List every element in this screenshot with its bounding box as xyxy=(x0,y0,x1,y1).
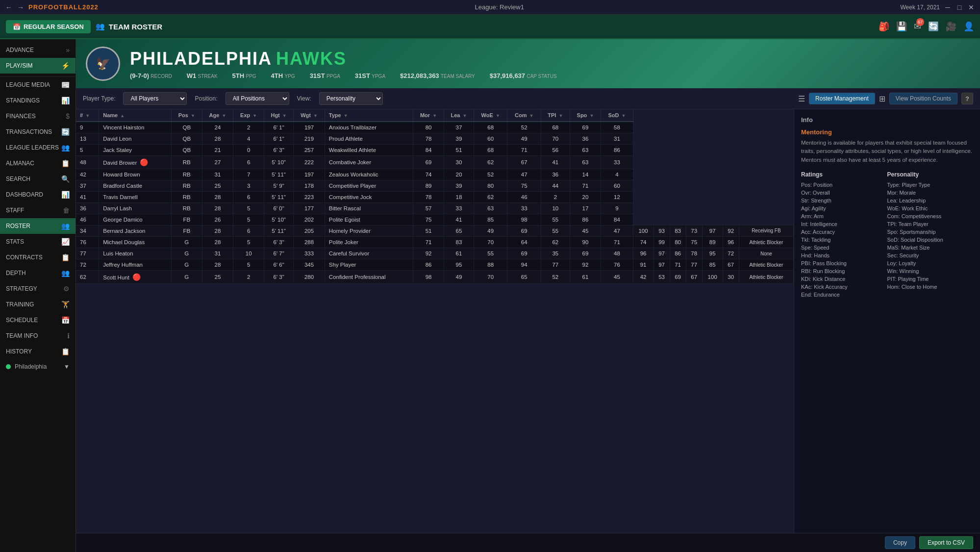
table-row[interactable]: 77 Luis Heaton G 31 10 6' 7" 333 Careful… xyxy=(76,248,794,259)
sidebar-item-contracts[interactable]: CONTRACTS📋 xyxy=(0,250,75,265)
sidebar-advance[interactable]: ADVANCE » xyxy=(0,42,75,58)
position-select[interactable]: All Positions xyxy=(226,92,289,105)
th-name[interactable]: Name ▲ xyxy=(99,109,172,122)
sidebar-item-standings[interactable]: STANDINGS📊 xyxy=(0,93,75,108)
cell-extra: 96 xyxy=(723,237,739,248)
close-button[interactable]: ✕ xyxy=(967,3,975,11)
sidebar-item-icon: 🗑 xyxy=(63,206,70,214)
sidebar-item-league-media[interactable]: LEAGUE MEDIA📰 xyxy=(0,77,75,93)
sidebar-item-stats[interactable]: STATS📈 xyxy=(0,234,75,250)
table-row[interactable]: 46 George Damico FB 26 5 5' 10" 202 Poli… xyxy=(76,214,794,226)
sidebar-item-icon: $ xyxy=(66,112,70,120)
cell-hgt: 6' 6" xyxy=(264,259,294,271)
player-type-select[interactable]: All Players xyxy=(123,92,187,105)
video-icon[interactable]: 🎥 xyxy=(946,21,956,32)
th-woe[interactable]: WoE ▼ xyxy=(474,109,507,122)
sidebar-item-finances[interactable]: FINANCES$ xyxy=(0,108,75,124)
sidebar-item-schedule[interactable]: SCHEDULE📅 xyxy=(0,312,75,328)
cell-spo: 63 xyxy=(570,145,601,156)
sidebar-item-team-info[interactable]: TEAM INFOℹ xyxy=(0,328,75,344)
table-row[interactable]: 9 Vincent Hairston QB 24 2 6' 1" 197 Anx… xyxy=(76,122,794,133)
refresh-icon[interactable]: 🔄 xyxy=(928,21,939,32)
personality-col: Personality Type: Player TypeMor: Morale… xyxy=(887,171,974,299)
sidebar-playsim[interactable]: PLAY/SIM ⚡ xyxy=(0,58,75,74)
table-row[interactable]: 37 Bradford Castle RB 25 3 5' 9" 178 Com… xyxy=(76,180,794,192)
cell-pos: RB xyxy=(171,192,202,203)
mail-icon[interactable]: ✉67 xyxy=(914,21,921,32)
cell-spo: 17 xyxy=(570,203,601,214)
cap-value: $37,916,637 xyxy=(490,72,525,79)
save-icon[interactable]: 💾 xyxy=(896,21,907,32)
table-row[interactable]: 41 Travis Darnell RB 28 6 5' 11" 223 Com… xyxy=(76,192,794,203)
minimize-button[interactable]: ─ xyxy=(944,3,952,11)
cell-lea: 37 xyxy=(444,122,474,133)
sidebar-item-almanac[interactable]: ALMANAC📋 xyxy=(0,155,75,171)
view-label: View: xyxy=(297,95,311,102)
th-spo[interactable]: Spo ▼ xyxy=(570,109,601,122)
back-button[interactable]: ← xyxy=(5,3,13,11)
sidebar-item-history[interactable]: HISTORY📋 xyxy=(0,344,75,359)
th-wgt[interactable]: Wgt ▼ xyxy=(294,109,325,122)
cell-spo: 63 xyxy=(570,156,601,169)
cell-extra: 86 xyxy=(670,248,686,259)
cell-wgt: 177 xyxy=(294,203,325,214)
th-exp[interactable]: Exp ▼ xyxy=(233,109,264,122)
table-row[interactable]: 62 Scott Hunt 🔴 G 25 2 6' 3" 280 Confide… xyxy=(76,271,794,284)
th-num[interactable]: # ▼ xyxy=(76,109,99,122)
help-button[interactable]: ? xyxy=(961,93,973,104)
cell-extra: 95 xyxy=(702,248,723,259)
sidebar-item-icon: 🔄 xyxy=(61,128,70,136)
table-row[interactable]: 48 David Brower 🔴 RB 27 6 5' 10" 222 Com… xyxy=(76,156,794,169)
roster-management-button[interactable]: Roster Management xyxy=(809,93,875,104)
cell-woe: 49 xyxy=(474,226,507,237)
cell-exp: 7 xyxy=(233,169,264,180)
cell-mor: 92 xyxy=(413,248,444,259)
view-select[interactable]: Personality xyxy=(319,92,383,105)
season-badge[interactable]: 📅 REGULAR SEASON xyxy=(6,20,91,33)
table-row[interactable]: 36 Darryl Lash RB 28 5 6' 0" 177 Bitter … xyxy=(76,203,794,214)
cell-wgt: 333 xyxy=(294,248,325,259)
briefcase-icon[interactable]: 🎒 xyxy=(879,21,889,32)
cell-mor: 57 xyxy=(413,203,444,214)
sidebar-item-staff[interactable]: STAFF🗑 xyxy=(0,202,75,218)
cell-extra: 80 xyxy=(670,237,686,248)
th-sod[interactable]: SoD ▼ xyxy=(601,109,633,122)
table-row[interactable]: 5 Jack Staley QB 21 0 6' 3" 257 Weakwill… xyxy=(76,145,794,156)
table-row[interactable]: 13 David Leon QB 28 4 6' 1" 219 Proud At… xyxy=(76,133,794,145)
rating-item: KDi: Kick Distance xyxy=(801,275,887,283)
cell-type: Shy Player xyxy=(325,259,413,271)
sidebar-item-training[interactable]: TRAINING🏋 xyxy=(0,297,75,312)
th-com[interactable]: Com ▼ xyxy=(507,109,541,122)
sidebar-item-depth[interactable]: DEPTH👥 xyxy=(0,265,75,281)
th-pos[interactable]: Pos ▼ xyxy=(171,109,202,122)
table-row[interactable]: 72 Jeffrey Huffman G 28 5 6' 6" 345 Shy … xyxy=(76,259,794,271)
table-row[interactable]: 42 Howard Brown RB 31 7 5' 11" 197 Zealo… xyxy=(76,169,794,180)
sidebar-item-search[interactable]: SEARCH🔍 xyxy=(0,171,75,187)
maximize-button[interactable]: □ xyxy=(955,3,963,11)
profile-icon[interactable]: 👤 xyxy=(963,21,974,32)
export-csv-button[interactable]: Export to CSV xyxy=(919,536,973,549)
ypg-value: 4TH xyxy=(271,72,283,79)
cell-name: Luis Heaton xyxy=(99,248,172,259)
th-tpi[interactable]: TPI ▼ xyxy=(541,109,570,122)
sidebar-item-strategy[interactable]: STRATEGY⚙ xyxy=(0,281,75,297)
cell-com: 69 xyxy=(507,226,541,237)
table-row[interactable]: 34 Bernard Jackson FB 28 6 5' 11" 205 Ho… xyxy=(76,226,794,237)
forward-button[interactable]: → xyxy=(17,3,25,11)
cell-sod: 58 xyxy=(601,122,633,133)
view-position-counts-button[interactable]: View Position Counts xyxy=(889,93,957,104)
sidebar-item-transactions[interactable]: TRANSACTIONS🔄 xyxy=(0,124,75,140)
th-type[interactable]: Type ▼ xyxy=(325,109,413,122)
sidebar-item-dashboard[interactable]: DASHBOARD📊 xyxy=(0,187,75,202)
th-age[interactable]: Age ▼ xyxy=(202,109,233,122)
team-section[interactable]: Philadelphia ▼ xyxy=(0,359,75,374)
th-lea[interactable]: Lea ▼ xyxy=(444,109,474,122)
th-mor[interactable]: Mor ▼ xyxy=(413,109,444,122)
table-row[interactable]: 76 Michael Douglas G 28 5 6' 3" 288 Poli… xyxy=(76,237,794,248)
cell-type: Competitive Player xyxy=(325,180,413,192)
cell-name: David Brower 🔴 xyxy=(99,156,172,169)
sidebar-item-league-leaders[interactable]: LEAGUE LEADERS👥 xyxy=(0,140,75,155)
sidebar-item-roster[interactable]: ROSTER👥 xyxy=(0,218,75,234)
th-hgt[interactable]: Hgt ▼ xyxy=(264,109,294,122)
copy-button[interactable]: Copy xyxy=(885,536,915,549)
